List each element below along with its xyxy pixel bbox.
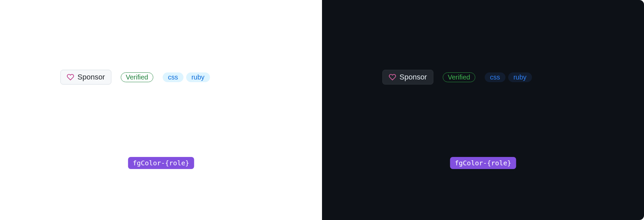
- token-name-text: fgColor-{role}: [455, 159, 512, 167]
- verified-label: Verified: [448, 73, 470, 81]
- topic-group: css ruby: [163, 72, 210, 82]
- heart-icon: [67, 73, 74, 81]
- token-name-text: fgColor-{role}: [133, 159, 190, 167]
- light-theme-panel: Sponsor Verified css ruby fgColor-{role}: [0, 0, 322, 220]
- token-name-chip: fgColor-{role}: [450, 157, 516, 169]
- topic-tag[interactable]: css: [163, 72, 183, 82]
- topic-group: css ruby: [485, 72, 532, 82]
- component-row: Sponsor Verified css ruby: [382, 70, 532, 85]
- dark-theme-panel: Sponsor Verified css ruby fgColor-{role}: [322, 0, 644, 220]
- topic-tag[interactable]: css: [485, 72, 505, 82]
- verified-badge: Verified: [121, 72, 153, 82]
- sponsor-button[interactable]: Sponsor: [60, 70, 111, 85]
- token-name-chip: fgColor-{role}: [128, 157, 194, 169]
- verified-label: Verified: [126, 73, 148, 81]
- sponsor-label: Sponsor: [77, 73, 105, 81]
- sponsor-label: Sponsor: [399, 73, 427, 81]
- component-row: Sponsor Verified css ruby: [60, 70, 210, 85]
- sponsor-button[interactable]: Sponsor: [382, 70, 433, 85]
- topic-tag[interactable]: ruby: [508, 72, 532, 82]
- verified-badge: Verified: [443, 72, 475, 82]
- topic-tag[interactable]: ruby: [186, 72, 210, 82]
- heart-icon: [389, 73, 396, 81]
